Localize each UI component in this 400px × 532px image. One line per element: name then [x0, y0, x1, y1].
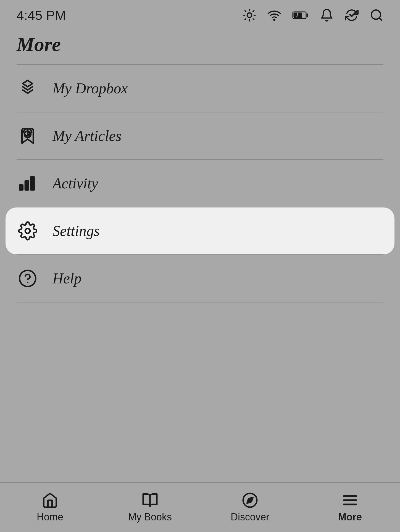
menu-item-settings[interactable]: Settings	[6, 207, 394, 254]
battery-icon	[292, 8, 309, 22]
svg-point-22	[25, 228, 30, 233]
settings-label: Settings	[52, 222, 100, 239]
mybooks-nav-label: My Books	[128, 511, 172, 523]
help-icon	[17, 267, 39, 289]
nav-item-mybooks[interactable]: My Books	[100, 486, 200, 528]
svg-point-0	[247, 13, 252, 18]
nav-item-home[interactable]: Home	[0, 486, 100, 528]
home-icon	[42, 492, 58, 509]
svg-point-9	[274, 19, 275, 20]
wifi-icon	[267, 8, 281, 22]
articles-icon	[17, 125, 39, 147]
articles-label: My Articles	[52, 127, 121, 144]
brightness-icon	[243, 8, 256, 22]
menu-item-activity[interactable]: Activity	[0, 160, 400, 207]
menu-item-help[interactable]: Help	[0, 255, 400, 302]
status-icons	[243, 8, 383, 22]
svg-line-7	[245, 19, 246, 20]
menu-item-articles[interactable]: My Articles	[0, 112, 400, 159]
svg-point-23	[20, 270, 36, 286]
dropbox-icon	[17, 77, 39, 99]
search-icon[interactable]	[370, 8, 383, 22]
mybooks-icon	[142, 492, 158, 509]
dropbox-label: My Dropbox	[52, 80, 128, 97]
sync-icon	[345, 8, 359, 22]
settings-icon	[17, 220, 39, 242]
help-label: Help	[52, 270, 81, 287]
svg-line-15	[379, 18, 382, 20]
home-nav-label: Home	[37, 511, 63, 523]
activity-label: Activity	[52, 175, 98, 192]
discover-nav-label: Discover	[231, 511, 269, 523]
bottom-nav: Home My Books Discover	[0, 482, 400, 532]
svg-rect-19	[20, 185, 23, 190]
svg-line-4	[253, 19, 254, 20]
more-nav-icon	[342, 492, 358, 509]
svg-rect-21	[31, 177, 34, 190]
more-nav-label: More	[338, 511, 362, 523]
page-title: More	[0, 28, 400, 64]
nav-item-more[interactable]: More	[300, 486, 400, 528]
notification-icon	[320, 8, 334, 22]
status-time: 4:45 PM	[17, 8, 66, 23]
menu-item-dropbox[interactable]: My Dropbox	[0, 65, 400, 112]
discover-icon	[242, 492, 258, 509]
svg-line-3	[245, 11, 246, 12]
status-bar: 4:45 PM	[0, 0, 400, 28]
activity-icon	[17, 172, 39, 194]
svg-line-8	[253, 11, 254, 12]
nav-item-discover[interactable]: Discover	[200, 486, 300, 528]
divider-5	[17, 302, 383, 302]
svg-rect-20	[25, 181, 28, 190]
svg-marker-26	[247, 497, 253, 503]
